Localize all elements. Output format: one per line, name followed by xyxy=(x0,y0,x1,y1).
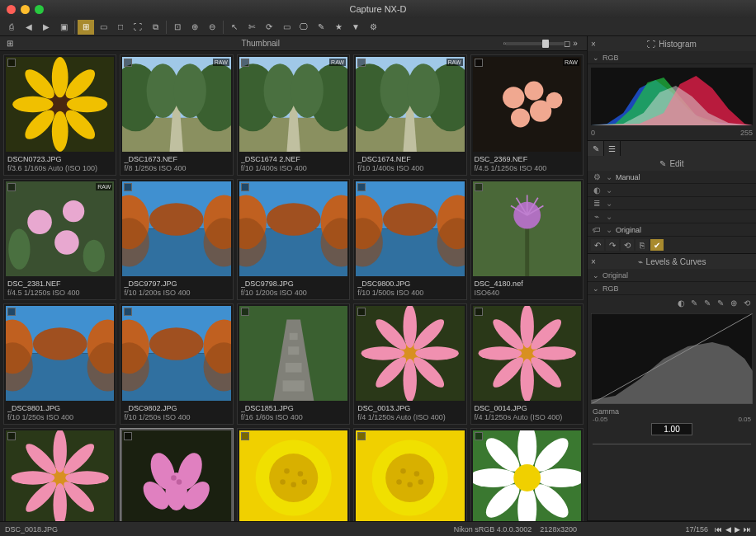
window-close-button[interactable] xyxy=(7,5,16,14)
compare-icon[interactable]: ⧉ xyxy=(147,20,163,35)
thumbnail-image[interactable]: RAW xyxy=(473,57,581,152)
thumbnail-image[interactable]: RAW xyxy=(239,57,347,152)
thumbnail-image[interactable]: RAW xyxy=(356,57,464,152)
grid-mode-icon[interactable]: ⊞ xyxy=(7,39,18,48)
thumbnail-cell[interactable]: _DSC9800.JPG f/10 1/500s ISO 400 xyxy=(353,179,466,300)
gamma-value-input[interactable]: 1.00 xyxy=(651,423,692,435)
thumbnail-image[interactable] xyxy=(6,306,114,401)
thumbnail-cell[interactable]: _DSC1851.JPG f/16 1/60s ISO 400 xyxy=(237,303,350,425)
straighten-icon[interactable]: ▭ xyxy=(278,20,295,35)
gray-point-picker-icon[interactable]: ✎ xyxy=(702,297,713,308)
thumbnail-cell[interactable]: _DSC9802.JPG f/10 1/250s ISO 400 xyxy=(120,303,233,425)
thumbnail-image[interactable] xyxy=(473,430,581,521)
rotate-icon[interactable]: ⟳ xyxy=(261,20,277,35)
thumbnail-image[interactable] xyxy=(356,430,464,521)
edit-tab-meta-icon[interactable]: ☰ xyxy=(604,141,621,156)
thumbnail-cell[interactable]: RAW _DSC1674.NEF f/10 1/400s ISO 400 xyxy=(353,54,466,176)
edit-row[interactable]: 🏷 ⌄ Original xyxy=(588,223,756,237)
settings-icon[interactable]: ⚙ xyxy=(365,20,381,35)
thumbnail-image[interactable] xyxy=(122,181,230,276)
open-icon[interactable]: ▣ xyxy=(55,20,72,35)
thumbnail-cell[interactable]: _DSC9801.JPG f/10 1/250s ISO 400 xyxy=(3,303,116,425)
thumbnail-cell[interactable]: RAW _DSC1673.NEF f/8 1/250s ISO 400 xyxy=(120,54,233,176)
thumbnail-cell[interactable]: RAW DSC_2381.NEF f/4.5 1/1250s ISO 400 xyxy=(3,179,116,300)
chevron-down-icon[interactable]: ⌄ xyxy=(593,271,599,280)
zoom-out-icon[interactable]: ⊖ xyxy=(204,20,220,35)
nav-prev-icon[interactable]: ◀ xyxy=(725,525,731,534)
thumbnail-image[interactable] xyxy=(239,430,347,521)
thumbnail-image[interactable] xyxy=(356,306,464,401)
thumbnail-image[interactable]: RAW xyxy=(122,57,230,152)
curves-display[interactable] xyxy=(591,313,753,404)
edit-row[interactable]: ◐ ⌄ xyxy=(588,184,756,197)
edit-row[interactable]: ⌁ ⌄ xyxy=(588,210,756,223)
chevron-down-icon[interactable]: ⌄ xyxy=(606,225,612,234)
eyedropper-icon[interactable]: ✎ xyxy=(313,20,329,35)
reset-curve-icon[interactable]: ⟲ xyxy=(741,297,753,308)
black-point-picker-icon[interactable]: ✎ xyxy=(688,297,700,308)
single-view-icon[interactable]: □ xyxy=(112,20,129,35)
thumbnail-cell[interactable]: DSC_0014.JPG f/4 1/1250s Auto (ISO 400) xyxy=(470,303,584,425)
chevron-down-icon[interactable]: ⌄ xyxy=(606,199,612,208)
close-levels-icon[interactable]: × xyxy=(591,257,596,266)
window-minimize-button[interactable] xyxy=(21,5,30,14)
star-icon[interactable]: ★ xyxy=(330,20,347,35)
thumbnail-cell[interactable]: DSC_0015.JPG f/4 1/800s Auto (ISO 400) xyxy=(3,428,116,521)
crop-tool-icon[interactable]: ✄ xyxy=(243,20,260,35)
reset-icon[interactable]: ⟲ xyxy=(621,239,634,251)
levels-preset[interactable]: Original xyxy=(602,271,628,280)
chevron-down-icon[interactable]: ⌄ xyxy=(606,212,612,221)
grid-view-icon[interactable]: ⊞ xyxy=(78,20,94,35)
thumbnail-image[interactable] xyxy=(239,306,347,401)
nav-next-icon[interactable]: ▶ xyxy=(735,525,740,534)
nav-first-icon[interactable]: ⏮ xyxy=(715,525,722,534)
pointer-icon[interactable]: ↖ xyxy=(226,20,243,35)
thumbnail-image[interactable] xyxy=(6,430,114,521)
copy-icon[interactable]: ⎘ xyxy=(636,239,649,251)
edit-row[interactable]: ≣ ⌄ xyxy=(588,197,756,210)
chevron-down-icon[interactable]: ⌄ xyxy=(606,186,612,195)
fullscreen-icon[interactable]: ⛶ xyxy=(130,20,146,35)
nav-last-icon[interactable]: ⏭ xyxy=(744,525,751,534)
chevron-down-icon[interactable]: ⌄ xyxy=(606,172,612,181)
histogram-channel[interactable]: RGB xyxy=(602,54,619,62)
thumbnail-cell[interactable]: RAW DSC_2369.NEF f/4.5 1/1250s ISO 400 xyxy=(470,54,584,176)
thumbnail-image[interactable] xyxy=(473,181,581,276)
thumbnail-cell[interactable]: _DSC9797.JPG f/10 1/200s ISO 400 xyxy=(120,179,233,300)
thumbnail-size-slider[interactable] xyxy=(506,42,564,45)
edit-tab-adjust-icon[interactable]: ✎ xyxy=(588,141,604,156)
auto-contrast-icon[interactable]: ◐ xyxy=(675,297,687,308)
thumbnail-cell[interactable]: DSC_2103.JPG f/10 1/1000s ISO 800 xyxy=(470,428,584,521)
forward-icon[interactable]: ▶ xyxy=(38,20,54,35)
back-icon[interactable]: ◀ xyxy=(21,20,37,35)
thumbnail-cell[interactable]: DSC_4180.nef ISO640 xyxy=(470,179,584,300)
thumbnail-image[interactable] xyxy=(239,181,347,276)
thumbnail-cell[interactable]: DSC_0013.JPG f/4 1/1250s Auto (ISO 400) xyxy=(353,303,466,425)
edit-row[interactable]: ⚙ ⌄ Manual xyxy=(588,171,756,184)
close-histogram-icon[interactable]: × xyxy=(591,40,596,49)
zoom-in-icon[interactable]: ⊕ xyxy=(187,20,203,35)
thumbnail-cell[interactable]: DSCN0723.JPG f/3.6 1/160s Auto (ISO 100) xyxy=(3,54,116,176)
print-icon[interactable]: ⎙ xyxy=(3,20,20,35)
levels-channel[interactable]: RGB xyxy=(602,284,619,293)
add-point-icon[interactable]: ⊕ xyxy=(728,297,739,308)
thumbnail-cell[interactable]: DSC_2096.JPG f/7.1 1/1000s ISO 800 xyxy=(237,428,350,521)
thumbnail-cell[interactable]: DSC_0018.JPG f/4 1/160s Auto (ISO 400) xyxy=(120,428,233,521)
window-maximize-button[interactable] xyxy=(35,5,44,14)
gamma-slider[interactable] xyxy=(593,440,751,449)
apply-icon[interactable]: ✔ xyxy=(650,239,664,251)
chevron-down-icon[interactable]: ⌄ xyxy=(593,284,599,293)
thumbnail-image[interactable]: RAW xyxy=(6,181,114,276)
redo-icon[interactable]: ↷ xyxy=(606,239,619,251)
fit-icon[interactable]: ⊡ xyxy=(169,20,186,35)
white-point-picker-icon[interactable]: ✎ xyxy=(715,297,726,308)
undo-icon[interactable]: ↶ xyxy=(591,239,604,251)
panel-collapse-icon[interactable]: » xyxy=(570,39,580,48)
thumbnail-cell[interactable]: DSC_2098.JPG f/10 1/1000s ISO 800 xyxy=(353,428,466,521)
chevron-down-icon[interactable]: ⌄ xyxy=(593,54,599,62)
thumbnail-image[interactable] xyxy=(122,430,230,521)
thumbnail-image[interactable] xyxy=(356,181,464,276)
thumbnail-cell[interactable]: RAW _DSC1674 2.NEF f/10 1/400s ISO 400 xyxy=(237,54,350,176)
screen-icon[interactable]: 🖵 xyxy=(295,20,312,35)
filmstrip-view-icon[interactable]: ▭ xyxy=(95,20,111,35)
